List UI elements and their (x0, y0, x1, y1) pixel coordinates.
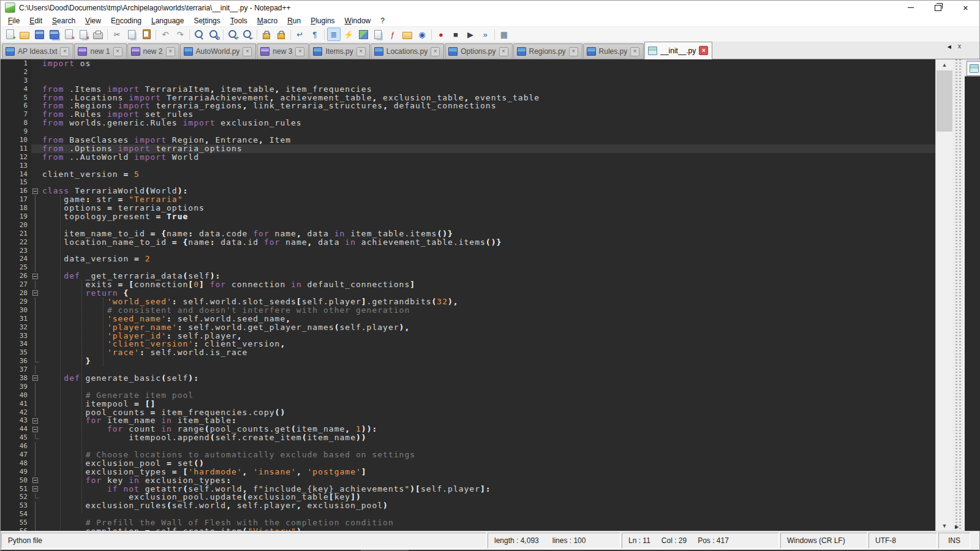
document-map-icon[interactable] (356, 28, 370, 41)
code-line-4[interactable]: 4from .Items import TerrariaItem, item_t… (1, 85, 935, 94)
tab-bar-close-icon[interactable]: x (958, 43, 961, 50)
save-all-icon[interactable] (47, 28, 61, 41)
code-line-46[interactable]: 46 (1, 442, 935, 451)
document-list-icon[interactable] (371, 28, 385, 41)
new-file-icon[interactable]: + (3, 28, 17, 41)
fold-collapse-icon[interactable] (31, 485, 40, 493)
code-line-10[interactable]: 10from BaseClasses import Region, Entran… (1, 136, 935, 144)
code-line-14[interactable]: 14client_version = 5 (1, 170, 935, 179)
menu-item-file[interactable]: File (3, 16, 24, 26)
print-icon[interactable] (91, 28, 105, 41)
tab-new-3[interactable]: new 3× (257, 43, 309, 59)
replace-icon[interactable]: b (207, 28, 221, 41)
code-line-17[interactable]: 17 game: str = "Terraria" (1, 195, 935, 204)
menu-item-encoding[interactable]: Encoding (106, 16, 146, 26)
minimize-icon[interactable] (897, 1, 924, 15)
menu-item-?[interactable]: ? (375, 16, 390, 26)
scroll-up-icon[interactable]: ▲ (936, 59, 953, 70)
fold-collapse-icon[interactable] (31, 476, 40, 485)
copy-icon[interactable] (125, 28, 138, 41)
code-line-8[interactable]: 8from worlds.generic.Rules import exclus… (1, 119, 935, 127)
tab-locations.py[interactable]: Locations.py× (371, 43, 444, 59)
code-line-52[interactable]: 52 exclusion_pool.update(exclusion_table… (1, 493, 935, 501)
file-monitoring-icon[interactable]: ◉ (415, 28, 429, 41)
code-line-33[interactable]: 33 'player_id': self.player, (1, 332, 935, 340)
code-line-9[interactable]: 9 (1, 127, 935, 136)
code-line-21[interactable]: 21 item_name_to_id = {name: data.code fo… (1, 230, 935, 238)
code-line-20[interactable]: 20 (1, 221, 935, 230)
status-eol-format[interactable]: Windows (CR LF) (780, 533, 867, 549)
code-line-32[interactable]: 32 'player_name': self.world.get_player_… (1, 323, 935, 332)
restore-icon[interactable] (924, 1, 952, 15)
macro-play-icon[interactable]: ▶ (464, 28, 477, 41)
tab-options.py[interactable]: Options.py× (445, 43, 512, 59)
code-line-27[interactable]: 27 exits = [connection[0] for connection… (1, 280, 935, 289)
status-encoding[interactable]: UTF-8 (869, 533, 937, 549)
show-all-characters-icon[interactable]: ¶ (308, 28, 322, 41)
tab-close-icon[interactable]: × (431, 47, 440, 56)
folder-as-workspace-icon[interactable] (401, 28, 414, 41)
macro-record-icon[interactable]: ● (434, 28, 448, 41)
menu-item-view[interactable]: View (80, 16, 106, 26)
menu-item-plugins[interactable]: Plugins (306, 16, 339, 26)
code-line-15[interactable]: 15 (1, 178, 935, 187)
code-line-42[interactable]: 42 pool_counts = item_frequencies.copy() (1, 408, 935, 417)
cut-icon[interactable]: ✂ (110, 28, 124, 41)
save-icon[interactable] (32, 28, 46, 41)
tab-scroll-left-icon[interactable]: ◀ (948, 44, 951, 50)
code-line-26[interactable]: 26 def _get_terraria_data(self): (1, 272, 935, 280)
show-indent-guide-icon[interactable]: ≣ (327, 28, 341, 41)
code-line-2[interactable]: 2 (1, 68, 935, 77)
tab-close-icon[interactable]: × (630, 47, 639, 56)
tab-close-icon[interactable]: × (569, 47, 578, 56)
code-line-45[interactable]: 45 itempool.append(self.create_item(item… (1, 433, 935, 442)
paste-icon[interactable] (140, 28, 153, 41)
tab-__init__.py[interactable]: __init__.py× (644, 42, 712, 59)
code-line-7[interactable]: 7from .Rules import set_rules (1, 110, 935, 119)
vertical-scrollbar[interactable]: ▲ ▼ (935, 59, 953, 531)
function-list-icon[interactable]: ƒ (386, 28, 399, 41)
tab-ap-ideas.txt[interactable]: AP Ideas.txt× (2, 43, 74, 59)
code-line-51[interactable]: 51 if not getattr(self.world, f"include_… (1, 485, 935, 493)
menu-item-tools[interactable]: Tools (225, 16, 252, 26)
menu-item-run[interactable]: Run (282, 16, 306, 26)
tab-items.py[interactable]: Items.py× (309, 43, 369, 59)
fold-collapse-icon[interactable] (31, 416, 40, 425)
fold-collapse-icon[interactable] (31, 272, 40, 280)
zoom-out-icon[interactable]: − (241, 28, 254, 41)
code-line-56[interactable]: 56 completion = self.create_item("Victor… (1, 527, 935, 531)
redo-icon[interactable]: ↷ (173, 28, 187, 41)
fold-collapse-icon[interactable] (31, 289, 40, 298)
code-line-47[interactable]: 47 # Choose locations to automatically e… (1, 451, 935, 459)
status-insert-mode[interactable]: INS (938, 533, 970, 549)
document-switcher-icon[interactable]: ▦ (497, 28, 511, 41)
close-icon[interactable]: × (952, 1, 979, 15)
tab-new-2[interactable]: new 2× (127, 43, 179, 59)
tab-close-icon[interactable]: × (356, 47, 366, 56)
code-line-12[interactable]: 12from ..AutoWorld import World (1, 153, 935, 162)
code-line-50[interactable]: 50 for key in exclusion_types: (1, 476, 935, 485)
code-line-44[interactable]: 44 for count in range(pool_counts.get(it… (1, 425, 935, 433)
code-line-35[interactable]: 35 'race': self.world.is_race (1, 348, 935, 357)
tab-regions.py[interactable]: Regions.py× (513, 43, 582, 59)
menu-item-edit[interactable]: Edit (24, 16, 47, 26)
code-line-54[interactable]: 54 (1, 510, 935, 519)
scrollbar-thumb[interactable] (937, 70, 952, 132)
macro-stop-icon[interactable]: ■ (449, 28, 462, 41)
code-line-43[interactable]: 43 for item_name in item_table: (1, 416, 935, 425)
menu-item-settings[interactable]: Settings (189, 16, 225, 26)
code-line-41[interactable]: 41 itempool = [] (1, 400, 935, 408)
tab-close-icon[interactable]: × (699, 46, 708, 55)
tab-autoworld.py[interactable]: AutoWorld.py× (180, 43, 257, 59)
code-line-25[interactable]: 25 (1, 263, 935, 272)
undo-icon[interactable]: ↶ (159, 28, 172, 41)
menu-item-macro[interactable]: Macro (252, 16, 282, 26)
code-line-38[interactable]: 38 def generate_basic(self): (1, 374, 935, 383)
code-line-24[interactable]: 24 data_version = 2 (1, 255, 935, 263)
code-line-39[interactable]: 39 (1, 383, 935, 391)
code-line-6[interactable]: 6from .Regions import terraria_regions, … (1, 102, 935, 110)
code-line-49[interactable]: 49 exclusion_types = ['hardmode', 'insan… (1, 468, 935, 476)
code-line-31[interactable]: 31 'seed_name': self.world.seed_name, (1, 315, 935, 323)
code-line-53[interactable]: 53 exclusion_rules(self.world, self.play… (1, 501, 935, 510)
menu-item-language[interactable]: Language (146, 16, 189, 26)
